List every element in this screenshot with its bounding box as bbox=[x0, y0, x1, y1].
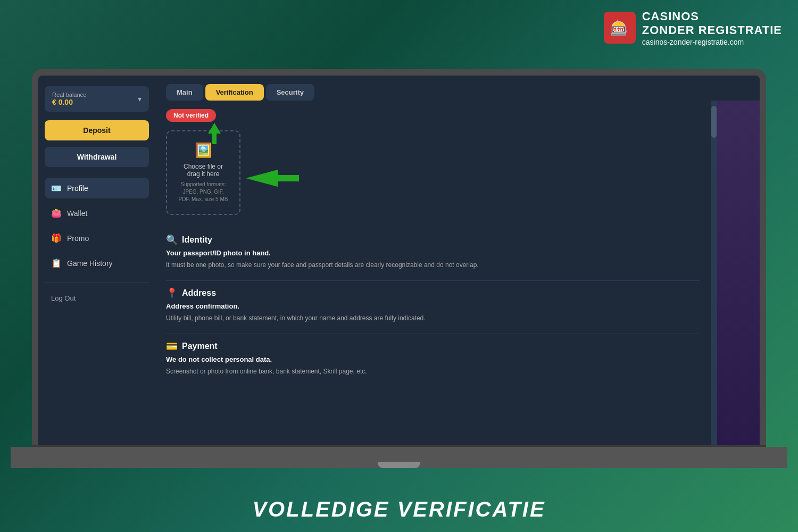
payment-body: Screenshot or photo from online bank, ba… bbox=[166, 367, 700, 376]
address-body: Utility bill, phone bill, or bank statem… bbox=[166, 313, 700, 323]
identity-header: 🔍 Identity bbox=[166, 234, 700, 246]
svg-marker-0 bbox=[208, 123, 221, 144]
branding-logo: 🎰 bbox=[604, 12, 636, 44]
address-title: Address bbox=[182, 288, 216, 298]
payment-section: 💳 Payment We do not collect personal dat… bbox=[166, 340, 700, 376]
svg-marker-1 bbox=[246, 170, 299, 187]
payment-icon: 💳 bbox=[166, 340, 178, 352]
address-header: 📍 Address bbox=[166, 287, 700, 299]
sidebar-item-promo[interactable]: 🎁 Promo bbox=[45, 228, 149, 248]
main-content: Main Verification Security Not verified bbox=[155, 76, 760, 447]
laptop-frame: Real balance € 0.00 ▾ Deposit Withdrawal… bbox=[32, 69, 766, 447]
identity-body: It must be one photo, so make sure your … bbox=[166, 260, 700, 270]
green-arrow-left-indicator bbox=[246, 170, 299, 187]
sidebar-divider bbox=[45, 282, 149, 282]
payment-title: Payment bbox=[182, 342, 218, 351]
content-scroll-wrapper: Not verified 🖼️ Choose file or drag it h… bbox=[155, 101, 760, 447]
sidebar-item-profile[interactable]: 🪪 Profile bbox=[45, 178, 149, 198]
scrollbar[interactable] bbox=[711, 101, 717, 447]
divider-1 bbox=[166, 280, 700, 281]
sidebar-item-game-history[interactable]: 📋 Game History bbox=[45, 253, 149, 273]
identity-title: Identity bbox=[182, 235, 212, 245]
identity-subtitle: Your passport/ID photo in hand. bbox=[166, 249, 700, 257]
bottom-title: VOLLEDIGE VERIFICATIE bbox=[0, 497, 798, 521]
balance-amount: € 0.00 bbox=[52, 98, 86, 106]
profile-icon: 🪪 bbox=[51, 183, 62, 193]
branding-title-line1: CASINOS ZONDER REGISTRATIE bbox=[642, 10, 782, 38]
promo-icon: 🎁 bbox=[51, 233, 62, 243]
sidebar: Real balance € 0.00 ▾ Deposit Withdrawal… bbox=[38, 76, 155, 447]
chevron-down-icon: ▾ bbox=[138, 95, 142, 103]
tab-main[interactable]: Main bbox=[166, 84, 203, 101]
laptop-notch bbox=[378, 462, 420, 468]
balance-label: Real balance bbox=[52, 92, 86, 98]
deposit-button[interactable]: Deposit bbox=[45, 120, 149, 140]
scroll-thumb[interactable] bbox=[711, 106, 717, 138]
divider-2 bbox=[166, 334, 700, 334]
sidebar-item-wallet[interactable]: 👛 Wallet bbox=[45, 203, 149, 223]
sidebar-item-game-history-label: Game History bbox=[67, 259, 113, 268]
green-arrow-down-indicator bbox=[206, 123, 223, 146]
identity-icon: 🔍 bbox=[166, 234, 178, 246]
address-section: 📍 Address Address confirmation. Utility … bbox=[166, 287, 700, 323]
withdrawal-button[interactable]: Withdrawal bbox=[45, 147, 149, 167]
wallet-icon: 👛 bbox=[51, 208, 62, 218]
right-panel bbox=[717, 101, 760, 447]
tabs-bar: Main Verification Security bbox=[155, 76, 760, 101]
logout-link[interactable]: Log Out bbox=[45, 291, 149, 305]
content-area: Not verified 🖼️ Choose file or drag it h… bbox=[155, 101, 711, 447]
sidebar-item-promo-label: Promo bbox=[67, 234, 89, 243]
address-icon: 📍 bbox=[166, 287, 178, 299]
sidebar-item-profile-label: Profile bbox=[67, 184, 88, 193]
upload-text: Choose file or drag it here bbox=[178, 163, 229, 178]
upload-hint: Supported formats: JPEG, PNG, GIF, PDF. … bbox=[178, 181, 229, 203]
tab-security[interactable]: Security bbox=[266, 84, 314, 101]
address-subtitle: Address confirmation. bbox=[166, 302, 700, 310]
identity-section: 🔍 Identity Your passport/ID photo in han… bbox=[166, 234, 700, 270]
payment-header: 💳 Payment bbox=[166, 340, 700, 352]
payment-subtitle: We do not collect personal data. bbox=[166, 355, 700, 363]
upload-section: 🖼️ Choose file or drag it here Supported… bbox=[166, 130, 700, 226]
branding-url: casinos-zonder-registratie.com bbox=[642, 38, 782, 46]
not-verified-badge: Not verified bbox=[166, 109, 216, 122]
branding-text: CASINOS ZONDER REGISTRATIE casinos-zonde… bbox=[642, 10, 782, 46]
branding-block: 🎰 CASINOS ZONDER REGISTRATIE casinos-zon… bbox=[604, 10, 782, 46]
game-history-icon: 📋 bbox=[51, 258, 62, 268]
sidebar-item-wallet-label: Wallet bbox=[67, 209, 87, 218]
balance-box[interactable]: Real balance € 0.00 ▾ bbox=[45, 86, 149, 112]
tab-verification[interactable]: Verification bbox=[205, 84, 264, 101]
upload-dropzone[interactable]: 🖼️ Choose file or drag it here Supported… bbox=[166, 130, 240, 215]
laptop-screen: Real balance € 0.00 ▾ Deposit Withdrawal… bbox=[38, 76, 760, 447]
